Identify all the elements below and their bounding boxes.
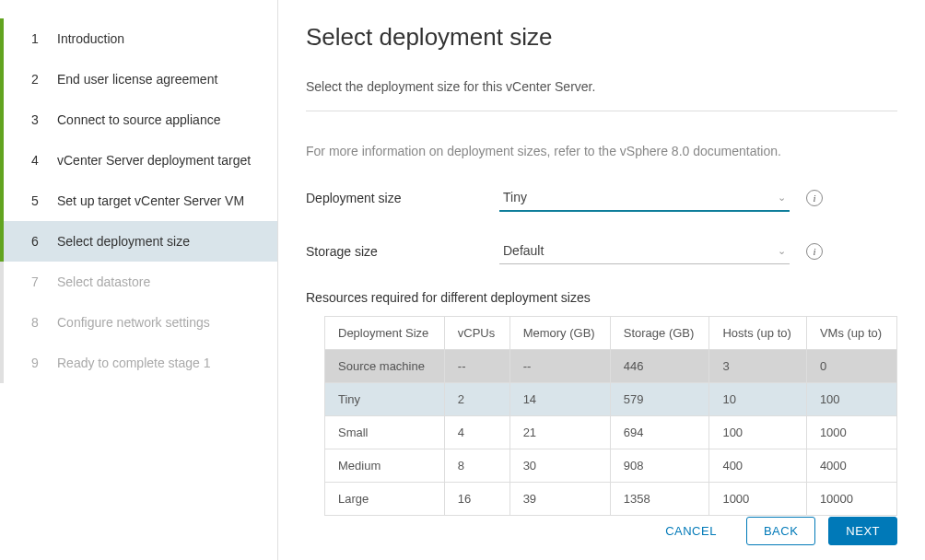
info-icon[interactable]: i xyxy=(806,190,823,206)
footer-buttons: CANCEL BACK NEXT xyxy=(649,517,897,545)
table-header: Hosts (up to) xyxy=(709,317,806,350)
table-header: Memory (GB) xyxy=(509,317,610,350)
step-2[interactable]: 2End user license agreement xyxy=(0,59,277,99)
wizard-sidebar: 1Introduction2End user license agreement… xyxy=(0,0,278,560)
storage-size-label: Storage size xyxy=(306,244,499,259)
table-row: Medium8309084004000 xyxy=(325,449,897,483)
chevron-down-icon: ⌄ xyxy=(778,192,786,204)
table-row: Tiny21457910100 xyxy=(325,383,897,416)
step-6[interactable]: 6Select deployment size xyxy=(0,221,277,262)
table-header: VMs (up to) xyxy=(806,317,896,350)
step-list: 1Introduction2End user license agreement… xyxy=(0,18,277,383)
deploy-size-label: Deployment size xyxy=(306,191,499,205)
chevron-down-icon: ⌄ xyxy=(778,245,786,257)
step-1[interactable]: 1Introduction xyxy=(0,18,277,59)
step-8: 8Configure network settings xyxy=(0,302,277,343)
table-row: Large16391358100010000 xyxy=(325,483,897,516)
main-panel: Select deployment size Select the deploy… xyxy=(278,0,925,560)
table-row: Source machine----44630 xyxy=(325,350,897,383)
table-header: Deployment Size xyxy=(325,317,445,350)
step-5[interactable]: 5Set up target vCenter Server VM xyxy=(0,181,277,221)
resources-table: Deployment SizevCPUsMemory (GB)Storage (… xyxy=(324,316,897,516)
page-title: Select deployment size xyxy=(306,23,897,52)
page-subtitle: Select the deployment size for this vCen… xyxy=(306,79,897,111)
storage-size-select[interactable]: Default ⌄ xyxy=(499,238,790,264)
info-icon[interactable]: i xyxy=(806,243,823,260)
back-button[interactable]: BACK xyxy=(746,517,815,545)
step-4[interactable]: 4vCenter Server deployment target xyxy=(0,140,277,181)
step-9: 9Ready to complete stage 1 xyxy=(0,343,277,383)
table-header: Storage (GB) xyxy=(610,317,709,350)
next-button[interactable]: NEXT xyxy=(828,517,897,545)
cancel-button[interactable]: CANCEL xyxy=(649,518,733,544)
table-title: Resources required for different deploym… xyxy=(306,290,897,305)
step-3[interactable]: 3Connect to source appliance xyxy=(0,99,277,140)
table-header-row: Deployment SizevCPUsMemory (GB)Storage (… xyxy=(325,317,897,350)
info-text: For more information on deployment sizes… xyxy=(306,144,897,158)
step-7: 7Select datastore xyxy=(0,262,277,302)
deploy-size-select[interactable]: Tiny ⌄ xyxy=(499,184,790,212)
table-header: vCPUs xyxy=(444,317,509,350)
table-body: Source machine----44630Tiny21457910100Sm… xyxy=(325,350,897,516)
table-row: Small4216941001000 xyxy=(325,416,897,449)
